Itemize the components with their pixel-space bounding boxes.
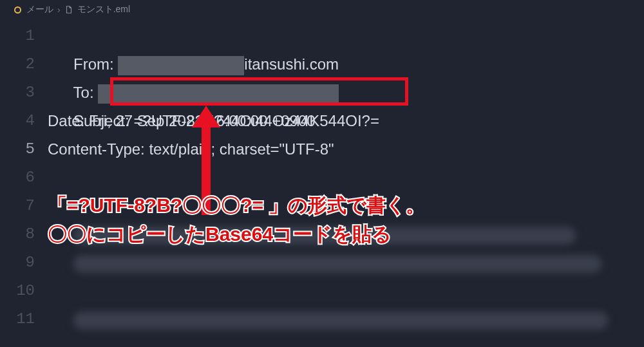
breadcrumb-file[interactable]: モンスト.eml [77,4,130,15]
line-number: 5 [0,135,35,164]
annotation-text: 「=?UTF-8?B?〇〇〇?= 」の形式で書く。 〇〇にコピーしたBase64… [48,191,425,249]
code-area[interactable]: From: itansushi.com To: Subject: =?UTF-8… [48,22,644,333]
code-line[interactable]: Date: Fri, 27 Sep 2024 16:00:00 +0900 [48,107,644,135]
code-line[interactable]: From: itansushi.com [48,22,644,50]
annotation-line: 「=?UTF-8?B?〇〇〇?= 」の形式で書く。 [48,191,425,220]
line-number: 6 [0,164,35,192]
code-line[interactable] [48,277,644,305]
annotation-line: 〇〇にコピーしたBase64コードを貼る [48,220,425,249]
code-line[interactable] [48,249,644,277]
highlight-box [110,77,408,106]
line-number: 9 [0,249,35,277]
line-number: 11 [0,305,35,333]
line-number: 7 [0,192,35,220]
line-number: 4 [0,107,35,135]
line-number: 10 [0,277,35,305]
breadcrumb: メール › モンスト.eml [0,0,644,22]
line-number: 8 [0,220,35,249]
line-number-gutter: 1 2 3 4 5 6 7 8 9 10 11 [0,22,48,333]
code-line[interactable]: Content-Type: text/plain; charset="UTF-8… [48,135,644,164]
editor-pane[interactable]: 1 2 3 4 5 6 7 8 9 10 11 From: itansushi.… [0,22,644,333]
dirty-indicator-icon [14,6,21,14]
code-line[interactable]: To: [48,50,644,79]
file-icon [64,5,73,14]
code-line[interactable] [48,305,644,333]
chevron-right-icon: › [56,5,62,15]
line-number: 2 [0,50,35,79]
line-number: 1 [0,22,35,50]
breadcrumb-parent[interactable]: メール [26,4,53,15]
code-line[interactable]: Subject: =?UTF-8?B?44Oi44Oz44K544OI?= [48,79,644,107]
line-number: 3 [0,79,35,107]
code-line[interactable] [48,164,644,192]
